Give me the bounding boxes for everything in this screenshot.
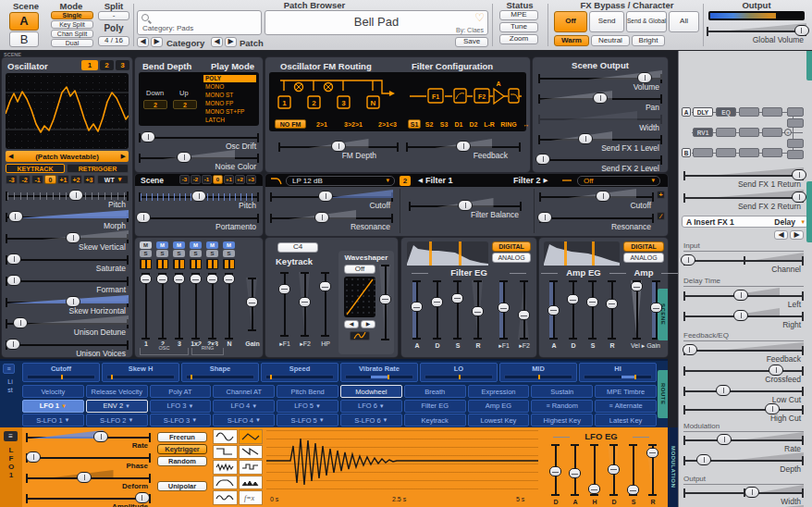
lfo-unipolar-button[interactable]: Unipolar: [157, 481, 207, 491]
fx-slot-eq[interactable]: EQ: [716, 107, 736, 117]
mod-target-skew-h[interactable]: Skew H: [102, 363, 179, 382]
mute-button[interactable]: M: [156, 241, 168, 249]
lfo-shape-square[interactable]: [213, 445, 238, 460]
split-value-button[interactable]: -: [98, 11, 129, 20]
feg-s-slider[interactable]: [451, 280, 463, 340]
filter2-type-dropdown[interactable]: Off ▾: [577, 176, 660, 186]
scene-octave--2[interactable]: -2: [191, 175, 201, 184]
mod-source-lowest-key[interactable]: Lowest Key: [468, 414, 530, 427]
filter2-resonance-slider[interactable]: Resonance: [539, 210, 654, 230]
mod-target-value-bar[interactable]: [584, 375, 652, 379]
lfo-eg-hold-slider[interactable]: [588, 444, 600, 496]
mod-source-random[interactable]: ≡Random: [531, 400, 593, 413]
category-prev-button[interactable]: ◀: [137, 37, 149, 47]
wavetable-selector[interactable]: ◀ (Patch Wavetable) ▶: [6, 151, 129, 162]
fm-route-nofm[interactable]: NO FM: [275, 119, 306, 129]
mod-source-poly-at[interactable]: Poly AT: [150, 385, 212, 398]
mod-source-s-lfo-5[interactable]: S-LFO 5▼: [277, 414, 338, 427]
mode-dual-button[interactable]: Dual: [51, 39, 93, 47]
solo-button[interactable]: S: [140, 250, 152, 257]
scene-octave-+1[interactable]: +1: [224, 175, 234, 184]
noise-color-slider[interactable]: Noise Color: [139, 150, 259, 170]
osc-pitch-slider[interactable]: Pitch: [6, 188, 129, 208]
tune-button[interactable]: Tune: [499, 22, 538, 32]
mod-source-s-lfo-1[interactable]: S-LFO 1▼: [22, 414, 84, 427]
fx-next-button[interactable]: ▶: [790, 230, 804, 240]
mod-list-icon[interactable]: ≡: [3, 364, 15, 374]
mod-source-lfo-3[interactable]: LFO 3▼: [150, 400, 212, 413]
mod-target-cutoff[interactable]: Cutoff: [22, 363, 100, 382]
config-wide[interactable]: ↔: [521, 119, 532, 129]
mpe-button[interactable]: MPE: [499, 10, 538, 20]
width-slider[interactable]: Width: [538, 111, 662, 131]
fx-slot-empty[interactable]: [739, 107, 759, 117]
mod-source-amp-eg[interactable]: Amp EG: [468, 400, 530, 413]
waveshaper-drive-slider[interactable]: [379, 265, 391, 340]
next-wavetable-icon[interactable]: ▶: [121, 153, 126, 160]
play-mode-mono-st-fp[interactable]: MONO ST+FP: [203, 107, 256, 115]
mode-single-button[interactable]: Single: [51, 11, 93, 19]
feedback-slider[interactable]: Feedback: [406, 139, 521, 159]
lfo-keytrigger-button[interactable]: Keytrigger: [157, 444, 207, 454]
patch-search-box[interactable]: Category: Pads: [137, 10, 262, 35]
feg-f1-slider[interactable]: [498, 280, 510, 340]
filter2-plus-button[interactable]: +: [657, 191, 665, 199]
mute-button[interactable]: M: [140, 241, 152, 249]
play-mode-mono-fp[interactable]: MONO FP: [203, 99, 256, 106]
mod-source-modwheel[interactable]: Modwheel: [340, 385, 402, 398]
solo-button[interactable]: S: [190, 250, 202, 257]
config-d1[interactable]: D1: [452, 119, 465, 129]
fx-bypass-send-button[interactable]: Send: [589, 11, 624, 32]
lfo-shape-noise[interactable]: [213, 460, 238, 475]
mod-source-alternate[interactable]: ≡Alternate: [595, 400, 657, 413]
mod-target-mid[interactable]: MID: [499, 363, 577, 382]
aeg-vel-slider[interactable]: [631, 280, 643, 340]
mod-source-pitch-bend[interactable]: Pitch Bend: [277, 385, 338, 398]
lfo-eg-delay-slider[interactable]: [549, 444, 561, 496]
mod-source-s-lfo-6[interactable]: S-LFO 6▼: [340, 414, 402, 427]
scene-b-button[interactable]: B: [9, 31, 39, 47]
pan-slider[interactable]: Pan: [538, 91, 662, 111]
save-button[interactable]: Save: [455, 37, 488, 47]
lfo-shape-snh[interactable]: [239, 460, 264, 475]
lfo-eg-attack-slider[interactable]: [569, 444, 581, 496]
mod-source-env-2[interactable]: ENV 2▼: [86, 400, 148, 413]
poly-count-button[interactable]: 4 / 16: [98, 36, 129, 46]
lfo-phase-slider[interactable]: Phase: [26, 450, 151, 470]
osc-unison-detune-slider[interactable]: Unison Detune: [6, 315, 129, 336]
osc-drift-slider[interactable]: Osc Drift: [139, 130, 259, 150]
bend-down-value[interactable]: 2: [143, 100, 167, 109]
favorite-heart-icon[interactable]: ♡: [474, 11, 485, 24]
fx-delay-right-slider[interactable]: Right: [683, 308, 804, 328]
character-bright-button[interactable]: Bright: [632, 35, 665, 46]
channel-level-slider[interactable]: [223, 273, 235, 340]
character-neutral-button[interactable]: Neutral: [591, 35, 630, 46]
fx-crossfeed-slider[interactable]: Crossfeed: [683, 363, 804, 383]
mod-source-s-lfo-4[interactable]: S-LFO 4▼: [213, 414, 275, 427]
channel-level-slider[interactable]: [156, 273, 168, 340]
fx-depth-slider[interactable]: Depth: [683, 452, 804, 473]
route-side-tab[interactable]: ROUTE: [658, 370, 668, 418]
mod-target-value-bar[interactable]: [345, 375, 413, 379]
lfo-shape-envelope[interactable]: [213, 476, 238, 490]
config-s3[interactable]: S3: [437, 119, 450, 129]
lfo-shape-saw[interactable]: [239, 445, 264, 460]
octave-+1[interactable]: +1: [57, 175, 69, 184]
mod-source-breath[interactable]: Breath: [404, 385, 466, 398]
mod-source-highest-key[interactable]: Highest Key: [531, 414, 593, 427]
osc-tab-2[interactable]: 2: [100, 60, 114, 70]
aeg-s-slider[interactable]: [586, 280, 598, 340]
scene-octave-+3[interactable]: +3: [246, 175, 256, 184]
mod-target-value-bar[interactable]: [504, 375, 572, 379]
oscillator-display[interactable]: [6, 73, 129, 149]
mod-target-value-bar[interactable]: [265, 375, 334, 379]
filter2-selector[interactable]: Filter 2 ▶: [513, 176, 548, 185]
channel-level-slider[interactable]: [173, 273, 185, 340]
fx-slot-global[interactable]: [787, 150, 804, 159]
edge-tab[interactable]: [806, 181, 812, 242]
lfo-shape-sine[interactable]: [213, 429, 238, 444]
fx-slot-dly[interactable]: DLY: [693, 107, 713, 117]
osc-tab-3[interactable]: 3: [116, 60, 129, 70]
fx-slot-empty[interactable]: [762, 148, 782, 157]
scene-pitch-slider[interactable]: Pitch: [139, 189, 259, 209]
